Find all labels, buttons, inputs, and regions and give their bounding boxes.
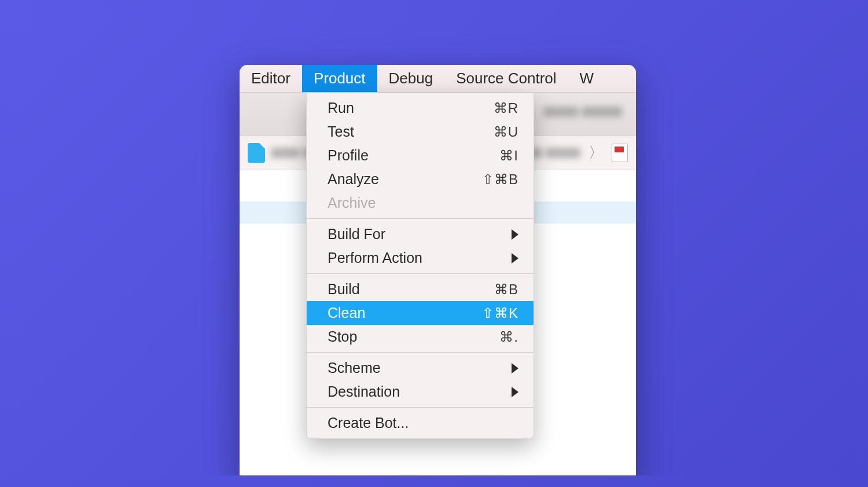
menu-debug[interactable]: Debug: [377, 65, 445, 92]
menu-item-shortcut: ⌘.: [499, 329, 518, 345]
menu-item-label: Test: [328, 123, 354, 140]
menu-item-build-for[interactable]: Build For: [307, 222, 534, 246]
menu-item-perform-action[interactable]: Perform Action: [307, 246, 534, 270]
xcode-window: Editor Product Debug Source Control W 〉: [240, 65, 636, 475]
menu-item-label: Run: [328, 100, 354, 116]
menu-item-create-bot[interactable]: Create Bot...: [307, 411, 534, 435]
menu-item-analyze[interactable]: Analyze ⇧⌘B: [307, 167, 534, 191]
menu-editor[interactable]: Editor: [240, 65, 302, 92]
source-file-icon: [612, 144, 628, 162]
menu-item-clean[interactable]: Clean ⇧⌘K: [307, 301, 534, 325]
menu-item-stop[interactable]: Stop ⌘.: [307, 325, 534, 349]
menu-item-destination[interactable]: Destination: [307, 380, 534, 404]
submenu-arrow-icon: [512, 253, 518, 263]
menu-item-shortcut: ⇧⌘K: [482, 305, 518, 321]
submenu-arrow-icon: [512, 387, 518, 397]
menu-item-label: Perform Action: [328, 250, 422, 266]
chevron-right-icon: 〉: [589, 142, 604, 163]
menu-item-label: Build For: [328, 226, 385, 243]
menu-item-shortcut: ⌘U: [494, 124, 518, 140]
menu-item-scheme[interactable]: Scheme: [307, 356, 534, 380]
menu-item-label: Create Bot...: [328, 415, 409, 431]
menu-item-build[interactable]: Build ⌘B: [307, 277, 534, 301]
menu-item-test[interactable]: Test ⌘U: [307, 120, 534, 144]
submenu-arrow-icon: [512, 229, 518, 240]
product-menu-dropdown: Run ⌘R Test ⌘U Profile ⌘I Analyze ⇧⌘B Ar…: [306, 93, 534, 439]
menu-product[interactable]: Product: [302, 65, 377, 92]
menu-item-archive: Archive: [307, 191, 534, 215]
menu-item-label: Profile: [328, 147, 369, 164]
menu-item-profile[interactable]: Profile ⌘I: [307, 144, 534, 167]
menubar: Editor Product Debug Source Control W: [240, 65, 636, 93]
menu-item-shortcut: ⌘I: [499, 148, 518, 164]
menu-item-shortcut: ⌘R: [494, 100, 518, 116]
project-file-icon: [248, 143, 265, 163]
menu-item-label: Build: [328, 281, 360, 298]
menu-item-label: Analyze: [328, 171, 379, 188]
menu-item-label: Stop: [328, 328, 357, 345]
menu-item-label: Clean: [328, 305, 365, 321]
menu-source-control[interactable]: Source Control: [444, 65, 568, 92]
menu-item-label: Scheme: [328, 360, 381, 376]
background-frame: Editor Product Debug Source Control W 〉: [12, 12, 856, 475]
menu-item-label: Archive: [328, 195, 376, 211]
menu-item-shortcut: ⇧⌘B: [482, 171, 518, 188]
menu-item-label: Destination: [328, 383, 400, 400]
menu-window-truncated[interactable]: W: [568, 65, 606, 92]
toolbar-blurred-content: [543, 107, 636, 123]
menu-item-shortcut: ⌘B: [494, 281, 518, 298]
submenu-arrow-icon: [512, 363, 518, 374]
menu-item-run[interactable]: Run ⌘R: [307, 96, 534, 120]
